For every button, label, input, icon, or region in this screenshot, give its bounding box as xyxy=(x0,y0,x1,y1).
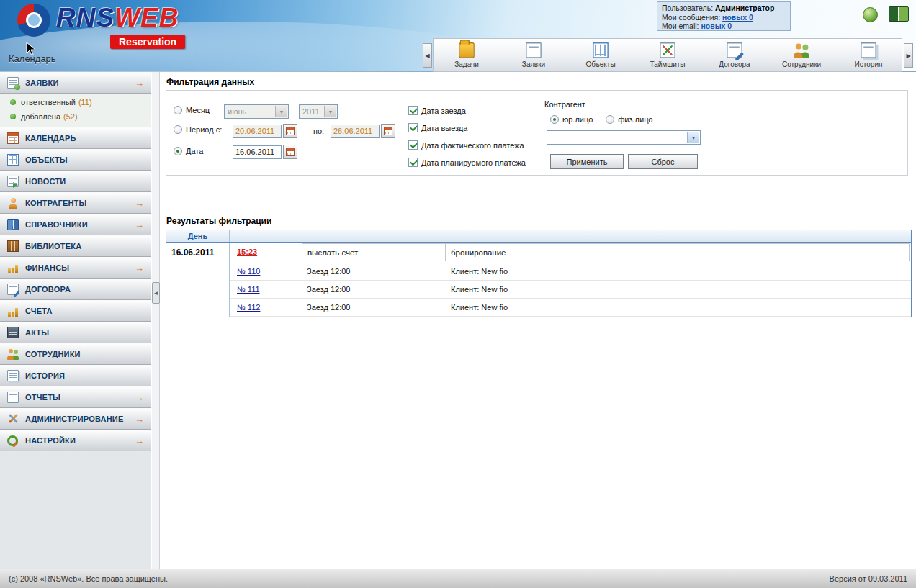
period-label: Период с: xyxy=(186,125,222,134)
sidebar-item-novosti[interactable]: НОВОСТИ xyxy=(0,171,151,192)
toolbar-timesheets-button[interactable]: Таймшиты xyxy=(634,38,701,72)
checkbox-arrival-date[interactable] xyxy=(408,106,418,115)
result-row-number-cell: № 112 xyxy=(230,299,302,317)
toolbar-requests-button[interactable]: Заявки xyxy=(500,38,567,72)
contragent-select[interactable] xyxy=(547,130,701,145)
toolbar-tasks-label: Задачи xyxy=(454,60,479,68)
toolbar-contracts-button[interactable]: Договора xyxy=(701,38,768,72)
apply-button[interactable]: Применить xyxy=(550,154,624,169)
toolbar-history-button[interactable]: История xyxy=(835,38,902,72)
checkbox-departure-date[interactable] xyxy=(408,123,418,132)
event-time-link[interactable]: 15:23 xyxy=(237,248,257,256)
toolbar-requests-label: Заявки xyxy=(522,60,545,68)
sidebar-item-biblioteka[interactable]: БИБЛИОТЕКА xyxy=(0,235,151,257)
news-icon xyxy=(7,176,19,187)
calendar-icon xyxy=(7,132,19,144)
result-row-info-cell: Заезд 12:00 xyxy=(302,299,446,317)
app-window: RNSWEB Reservation Календарь Пользовател… xyxy=(0,0,916,588)
tasks-icon xyxy=(459,42,475,58)
radio-date[interactable] xyxy=(174,147,182,155)
requests-icon xyxy=(7,77,19,89)
sidebar-collapse-handle[interactable] xyxy=(152,282,160,304)
year-select[interactable]: 2011 xyxy=(299,104,338,119)
zayavki-submenu: ответственный (11) добавлена (52) xyxy=(0,94,151,127)
employees-icon xyxy=(794,42,809,58)
main-content: Фильтрация данных Месяц июнь 2011 Период… xyxy=(161,72,916,569)
timesheets-icon xyxy=(660,42,675,58)
user-name: Администратор xyxy=(715,4,774,12)
date-calendar-button[interactable] xyxy=(283,145,297,159)
info-sphere-icon[interactable] xyxy=(863,7,878,22)
period-to-calendar-button[interactable] xyxy=(381,124,395,138)
request-number-link[interactable]: № 112 xyxy=(237,303,260,312)
expand-arrow-icon xyxy=(135,78,144,89)
results-table: День 16.06.2011 15:23 выслать счет брони… xyxy=(166,230,912,317)
checkbox-planned-payment-date[interactable] xyxy=(408,158,418,167)
theme-book-icon[interactable] xyxy=(889,6,909,22)
logo: RNSWEB xyxy=(56,3,179,33)
history-icon xyxy=(861,42,876,58)
period-from-calendar-button[interactable] xyxy=(283,124,297,138)
radio-period[interactable] xyxy=(174,125,182,134)
sidebar-item-zayavki[interactable]: ЗАЯВКИ xyxy=(0,72,151,94)
objects-icon xyxy=(7,154,19,166)
result-row-info-cell: Заезд 12:00 xyxy=(302,263,446,281)
email-link[interactable]: новых 0 xyxy=(701,22,732,30)
radio-fiz-lico[interactable] xyxy=(606,115,614,124)
reset-button[interactable]: Сброс xyxy=(628,154,698,169)
contracts-icon xyxy=(727,42,742,58)
radio-jur-lico[interactable] xyxy=(550,115,559,124)
contractors-icon xyxy=(7,197,19,209)
request-number-link[interactable]: № 110 xyxy=(237,267,260,276)
checkbox-actual-payment-date[interactable] xyxy=(408,140,418,150)
sidebar-item-finansy[interactable]: ФИНАНСЫ xyxy=(0,257,151,279)
date-input[interactable]: 16.06.2011 xyxy=(233,145,282,159)
expand-arrow-icon xyxy=(135,392,144,403)
sidebar-item-obekty[interactable]: ОБЪЕКТЫ xyxy=(0,149,151,171)
filter-panel: Месяц июнь 2011 Период с: 20.06.2011 по:… xyxy=(166,90,908,176)
messages-link[interactable]: новых 0 xyxy=(722,13,753,22)
footer-copyright: (с) 2008 «RNSWeb». Все права защищены. xyxy=(9,574,168,583)
toolbar-employees-button[interactable]: Сотрудники xyxy=(768,38,835,72)
sidebar-item-kontragenty[interactable]: КОНТРАГЕНТЫ xyxy=(0,192,151,214)
submenu-item-dobavlena[interactable]: добавлена (52) xyxy=(0,109,151,124)
toolbar-tasks-button[interactable]: Задачи xyxy=(433,38,500,72)
sidebar: ЗАЯВКИ ответственный (11) добавлена (52)… xyxy=(0,72,151,569)
count-badge: (11) xyxy=(78,98,92,107)
footer: (с) 2008 «RNSWeb». Все права защищены. В… xyxy=(0,569,916,588)
period-to-input[interactable]: 26.06.2011 xyxy=(331,125,380,138)
footer-version: Версия от 09.03.2011 xyxy=(830,574,907,583)
sidebar-item-nastroyki[interactable]: НАСТРОЙКИ xyxy=(0,430,151,451)
result-date: 16.06.2011 xyxy=(166,243,230,317)
sidebar-item-istoriya[interactable]: ИСТОРИЯ xyxy=(0,365,151,386)
result-row-number-cell: № 111 xyxy=(230,281,302,299)
contragent-label: Контрагент xyxy=(544,100,585,109)
sidebar-item-kalendar[interactable]: КАЛЕНДАРЬ xyxy=(0,127,151,149)
toolbar-history-label: История xyxy=(855,60,883,68)
user-label: Пользователь: xyxy=(662,4,713,12)
filter-title: Фильтрация данных xyxy=(166,77,908,87)
toolbar-scroll-left-icon[interactable]: ◀ xyxy=(423,43,432,68)
toolbar-scroll-right-icon[interactable]: ▶ xyxy=(904,43,913,68)
contracts-icon xyxy=(7,284,19,295)
sidebar-item-administrirovanie[interactable]: АДМИНИСТРИРОВАНИЕ xyxy=(0,408,151,430)
sidebar-item-akty[interactable]: АКТЫ xyxy=(0,322,151,343)
sidebar-item-spravochniki[interactable]: СПРАВОЧНИКИ xyxy=(0,214,151,235)
month-select[interactable]: июнь xyxy=(224,104,289,119)
toolbar: ◀ Задачи Заявки Объекты Таймшиты Договор… xyxy=(423,38,913,72)
acts-icon xyxy=(7,327,19,338)
result-row-number-cell: № 110 xyxy=(230,263,302,281)
sidebar-item-otchety[interactable]: ОТЧЕТЫ xyxy=(0,386,151,408)
sidebar-gutter xyxy=(152,72,160,569)
toolbar-objects-button[interactable]: Объекты xyxy=(567,38,634,72)
sidebar-item-scheta[interactable]: СЧЕТА xyxy=(0,300,151,322)
request-number-link[interactable]: № 111 xyxy=(237,285,260,294)
invoices-icon xyxy=(7,305,19,317)
submenu-item-otvetstvenny[interactable]: ответственный (11) xyxy=(0,95,151,109)
sidebar-item-dogovora[interactable]: ДОГОВОРА xyxy=(0,279,151,300)
period-from-input[interactable]: 20.06.2011 xyxy=(233,125,282,138)
expand-arrow-icon xyxy=(135,263,144,273)
radio-month[interactable] xyxy=(174,106,182,114)
sidebar-item-sotrudniki[interactable]: СОТРУДНИКИ xyxy=(0,343,151,365)
day-column-header: День xyxy=(166,230,230,242)
